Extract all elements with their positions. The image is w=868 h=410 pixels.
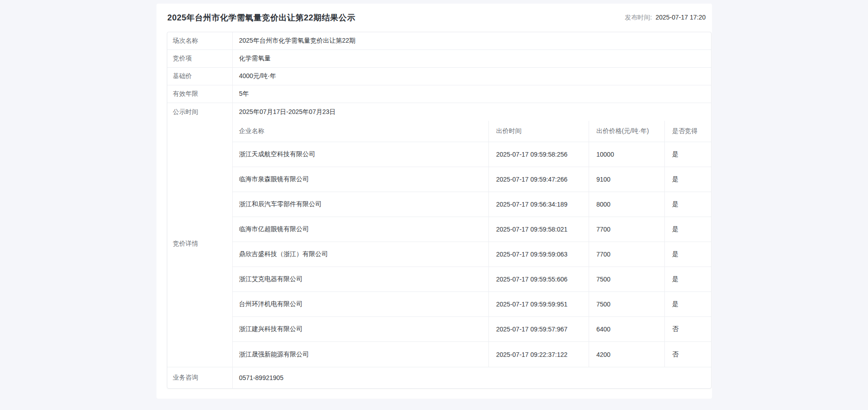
announcement-table: 场次名称2025年台州市化学需氧量竞价出让第22期竞价项化学需氧量基础价4000…	[167, 32, 712, 389]
bid-cell-bid-price: 8000	[589, 192, 665, 217]
bid-cell-company-name: 鼎欣吉盛科技（浙江）有限公司	[233, 242, 489, 267]
row-value: 5年	[233, 85, 711, 103]
bid-cell-bid-time: 2025-07-17 09:59:59:951	[489, 292, 589, 316]
bid-table-row: 临海市泉森眼镜有限公司2025-07-17 09:59:47:2669100是	[233, 167, 711, 192]
bid-table-row: 浙江和辰汽车零部件有限公司2025-07-17 09:56:34:1898000…	[233, 192, 711, 217]
bid-cell-bid-time: 2025-07-17 09:59:59:063	[489, 242, 589, 267]
bid-cell-won-flag: 是	[665, 192, 711, 217]
bid-table-row: 浙江艾克电器有限公司2025-07-17 09:59:55:6067500是	[233, 267, 711, 292]
bid-cell-won-flag: 是	[665, 292, 711, 316]
bid-cell-company-name: 临海市泉森眼镜有限公司	[233, 167, 489, 192]
row-label: 有效年限	[167, 85, 233, 103]
row-label: 公示时间	[167, 103, 233, 121]
row-label: 竞价项	[167, 50, 233, 67]
table-row-contact: 业务咨询 0571-89921905	[167, 367, 711, 388]
bid-cell-bid-time: 2025-07-17 09:59:58:021	[489, 217, 589, 242]
announcement-card: 2025年台州市化学需氧量竞价出让第22期结果公示 发布时间: 2025-07-…	[156, 4, 712, 399]
bid-table-row: 浙江晟强新能源有限公司2025-07-17 09:22:37:1224200否	[233, 342, 711, 367]
bid-cell-company-name: 浙江天成航空科技有限公司	[233, 142, 489, 167]
bid-table-header-row: 企业名称出价时间出价价格(元/吨·年)是否竞得	[233, 121, 711, 142]
bid-header-bid-price: 出价价格(元/吨·年)	[589, 121, 665, 142]
table-row-info: 竞价项化学需氧量	[167, 50, 711, 68]
bid-cell-bid-price: 7500	[589, 292, 665, 316]
bid-cell-bid-price: 7500	[589, 267, 665, 291]
bid-cell-company-name: 临海市亿超眼镜有限公司	[233, 217, 489, 242]
page-title: 2025年台州市化学需氧量竞价出让第22期结果公示	[167, 12, 356, 23]
bid-cell-company-name: 浙江和辰汽车零部件有限公司	[233, 192, 489, 217]
bid-cell-bid-time: 2025-07-17 09:22:37:122	[489, 342, 589, 367]
bid-cell-company-name: 台州环洋机电有限公司	[233, 292, 489, 316]
bid-cell-bid-time: 2025-07-17 09:59:58:256	[489, 142, 589, 167]
bid-cell-won-flag: 否	[665, 342, 711, 367]
bid-cell-won-flag: 是	[665, 267, 711, 291]
row-label-bid-details: 竞价详情	[167, 121, 233, 367]
bid-cell-won-flag: 否	[665, 317, 711, 341]
bid-table-row: 浙江建兴科技有限公司2025-07-17 09:59:57:9676400否	[233, 317, 711, 342]
table-row-bid-details: 竞价详情 企业名称出价时间出价价格(元/吨·年)是否竞得 浙江天成航空科技有限公…	[167, 121, 711, 367]
row-label: 基础价	[167, 68, 233, 85]
bid-cell-bid-price: 7700	[589, 217, 665, 242]
publish-time: 发布时间: 2025-07-17 17:20	[625, 14, 706, 22]
bid-cell-won-flag: 是	[665, 217, 711, 242]
bid-cell-bid-time: 2025-07-17 09:59:47:266	[489, 167, 589, 192]
bid-header-company-name: 企业名称	[233, 121, 489, 142]
row-value: 化学需氧量	[233, 50, 711, 67]
bid-cell-company-name: 浙江艾克电器有限公司	[233, 267, 489, 291]
bid-cell-won-flag: 是	[665, 142, 711, 167]
row-label: 场次名称	[167, 32, 233, 49]
bid-cell-bid-price: 10000	[589, 142, 665, 167]
bid-details-cell: 企业名称出价时间出价价格(元/吨·年)是否竞得 浙江天成航空科技有限公司2025…	[233, 121, 711, 367]
bid-cell-bid-price: 4200	[589, 342, 665, 367]
bid-table-row: 台州环洋机电有限公司2025-07-17 09:59:59:9517500是	[233, 292, 711, 317]
contact-phone: 0571-89921905	[233, 367, 711, 388]
table-row-info: 公示时间2025年07月17日-2025年07月23日	[167, 103, 711, 121]
publish-time-label: 发布时间:	[625, 14, 652, 21]
table-row-info: 基础价4000元/吨·年	[167, 68, 711, 85]
bid-cell-company-name: 浙江晟强新能源有限公司	[233, 342, 489, 367]
bid-cell-bid-time: 2025-07-17 09:56:34:189	[489, 192, 589, 217]
bid-table-row: 鼎欣吉盛科技（浙江）有限公司2025-07-17 09:59:59:063770…	[233, 242, 711, 267]
bid-header-won-flag: 是否竞得	[665, 121, 711, 142]
bid-cell-company-name: 浙江建兴科技有限公司	[233, 317, 489, 341]
table-row-info: 场次名称2025年台州市化学需氧量竞价出让第22期	[167, 32, 711, 50]
bid-table-row: 临海市亿超眼镜有限公司2025-07-17 09:59:58:0217700是	[233, 217, 711, 242]
bid-cell-bid-time: 2025-07-17 09:59:55:606	[489, 267, 589, 291]
bid-cell-won-flag: 是	[665, 167, 711, 192]
bid-cell-bid-price: 6400	[589, 317, 665, 341]
page-background: 2025年台州市化学需氧量竞价出让第22期结果公示 发布时间: 2025-07-…	[0, 0, 868, 410]
bid-table: 企业名称出价时间出价价格(元/吨·年)是否竞得 浙江天成航空科技有限公司2025…	[233, 121, 711, 367]
bid-table-row: 浙江天成航空科技有限公司2025-07-17 09:59:58:25610000…	[233, 142, 711, 167]
row-value: 2025年台州市化学需氧量竞价出让第22期	[233, 32, 711, 49]
row-value: 2025年07月17日-2025年07月23日	[233, 103, 711, 121]
row-value: 4000元/吨·年	[233, 68, 711, 85]
bid-header-bid-time: 出价时间	[489, 121, 589, 142]
bid-cell-bid-price: 7700	[589, 242, 665, 267]
bid-cell-bid-price: 9100	[589, 167, 665, 192]
bid-cell-bid-time: 2025-07-17 09:59:57:967	[489, 317, 589, 341]
table-row-info: 有效年限5年	[167, 85, 711, 103]
card-header: 2025年台州市化学需氧量竞价出让第22期结果公示 发布时间: 2025-07-…	[156, 4, 712, 32]
bid-cell-won-flag: 是	[665, 242, 711, 267]
publish-time-value: 2025-07-17 17:20	[655, 14, 706, 21]
row-label-contact: 业务咨询	[167, 367, 233, 388]
